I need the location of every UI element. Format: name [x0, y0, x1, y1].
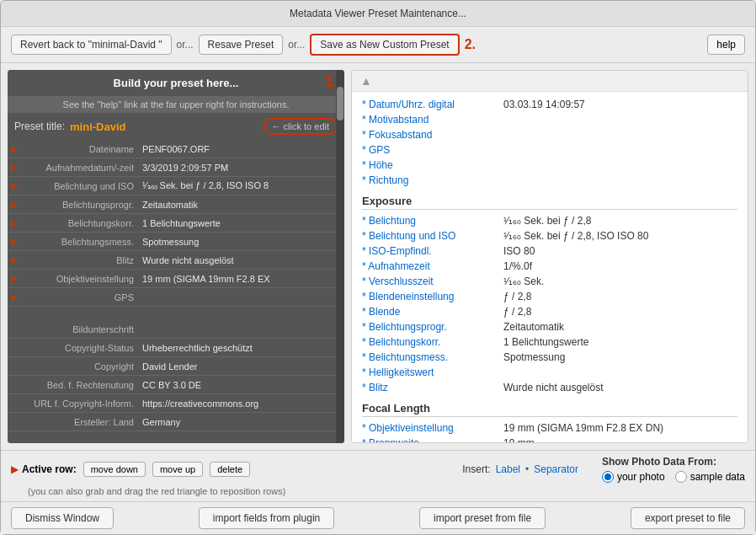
right-row-label: * Richtung	[362, 174, 497, 186]
row-triangle-icon[interactable]: ▶	[8, 274, 21, 283]
main-window: Metadata Viewer Preset Maintenance... Re…	[0, 0, 756, 535]
dismiss-button[interactable]: Dismiss Window	[11, 507, 114, 529]
right-row-label: * ISO-Empfindl.	[362, 245, 497, 257]
right-row: * Brennweite19 mm	[362, 436, 737, 443]
row-value: Urheberrechtlich geschützt	[139, 343, 344, 353]
revert-button[interactable]: Revert back to "minimal-David "	[11, 35, 172, 55]
resave-button[interactable]: Resave Preset	[199, 35, 284, 55]
row-triangle-icon[interactable]: ▶	[8, 218, 21, 227]
right-row: * Motivabstand	[362, 112, 737, 127]
table-row: ▶Belichtungsmess.Spotmessung	[8, 233, 344, 251]
row-value: Zeitautomatik	[139, 200, 344, 210]
row-label: Copyright-Status	[21, 343, 139, 353]
save-new-preset-button[interactable]: Save as New Custom Preset	[310, 34, 459, 56]
row-triangle-icon[interactable]: ▶	[8, 163, 21, 172]
right-row-value: 19 mm (SIGMA 19mm F2.8 EX DN)	[503, 422, 737, 434]
right-row-label: * Objektiveinstellung	[362, 422, 497, 434]
import-preset-button[interactable]: import preset from file	[419, 507, 546, 529]
drag-hint: (you can also grab and drag the red tria…	[11, 486, 745, 496]
row-value: 3/3/2019 2:09:57 PM	[139, 163, 344, 173]
table-row: Copyright-StatusUrheberrechtlich geschüt…	[8, 339, 344, 357]
right-row: * Belichtungsmess.Spotmessung	[362, 350, 737, 365]
row-value: PENF0067.ORF	[139, 144, 344, 154]
right-arrow-nav: ▲	[352, 71, 748, 92]
right-row-label: * Brennweite	[362, 437, 497, 443]
right-row-label: * Motivabstand	[362, 114, 497, 126]
right-row-value: 1 Belichtungswerte	[503, 336, 737, 348]
table-row: ▶Aufnahmedatum/-zeit3/3/2019 2:09:57 PM	[8, 158, 344, 177]
insert-label-link[interactable]: Label	[496, 463, 520, 475]
table-row: Bildunterschrift	[8, 320, 344, 339]
right-row-label: * Blitz	[362, 382, 497, 393]
scroll-up-arrow[interactable]: ▲	[357, 74, 375, 88]
radio-row: your photo sample data	[602, 471, 745, 483]
row-label: Ersteller: Land	[21, 417, 139, 427]
right-row: * Belichtungsprogr.Zeitautomatik	[362, 319, 737, 334]
right-row-label: * Blende	[362, 306, 497, 318]
row-label: Bildunterschrift	[21, 324, 139, 334]
delete-button[interactable]: delete	[210, 462, 250, 477]
row-label: Bed. f. Rechtenutung	[21, 380, 139, 390]
right-row-value: ISO 80	[503, 245, 737, 257]
step-2-label: 2.	[465, 37, 476, 52]
right-row: * Höhe	[362, 158, 737, 173]
insert-section: Insert: Label • Separator	[462, 463, 578, 475]
move-up-button[interactable]: move up	[152, 462, 203, 477]
row-triangle-icon[interactable]: ▶	[8, 237, 21, 246]
table-row: ▶Belichtungsprogr.Zeitautomatik	[8, 195, 344, 214]
row-triangle-icon[interactable]: ▶	[8, 144, 21, 153]
right-row: * Verschlusszeit¹⁄₁₆₀ Sek.	[362, 274, 737, 289]
export-preset-button[interactable]: export preset to file	[631, 507, 745, 529]
table-row: ▶Objektiveinstellung19 mm (SIGMA 19mm F2…	[8, 270, 344, 288]
right-row: * GPS	[362, 142, 737, 158]
help-button[interactable]: help	[707, 35, 745, 55]
table-row: Ersteller: LandGermany	[8, 413, 344, 431]
row-triangle-icon[interactable]: ▶	[8, 181, 21, 190]
right-row-label: * Helligkeitswert	[362, 366, 497, 378]
radio-your-photo-label: your photo	[617, 471, 665, 483]
row-value: CC BY 3.0 DE	[139, 380, 344, 390]
show-photo-title: Show Photo Data From:	[602, 456, 745, 468]
right-row-value: 1/%.0f	[503, 260, 737, 272]
preset-title-value: mini-David	[70, 120, 125, 133]
radio-sample-data-circle	[675, 471, 687, 483]
or-label-2: or...	[288, 39, 305, 51]
section-title: Focal Length	[362, 402, 737, 417]
right-row-label: * Blendeneinstellung	[362, 291, 497, 302]
row-triangle-icon[interactable]: ▶	[8, 200, 21, 209]
table-row: Bed. f. RechtenutungCC BY 3.0 DE	[8, 376, 344, 394]
row-triangle-icon[interactable]: ▶	[8, 255, 21, 265]
table-row: ▶Belichtung und ISO¹⁄₁₆₀ Sek. bei ƒ / 2,…	[8, 177, 344, 195]
right-row-value: 03.03.19 14:09:57	[503, 99, 737, 110]
row-triangle-icon[interactable]: ▶	[8, 292, 21, 302]
left-panel: Build your preset here... 1. See the "he…	[8, 70, 344, 443]
right-row-value: ¹⁄₁₆₀ Sek. bei ƒ / 2,8	[503, 215, 737, 227]
row-value: Wurde nicht ausgelöst	[139, 255, 344, 265]
row-value: Germany	[139, 417, 344, 427]
insert-separator-link[interactable]: Separator	[534, 463, 578, 475]
right-row-value: 19 mm	[503, 437, 737, 443]
window-title: Metadata Viewer Preset Maintenance...	[290, 8, 466, 19]
left-scrollbar[interactable]	[336, 70, 344, 443]
import-fields-button[interactable]: import fields from plugin	[199, 507, 334, 529]
right-row-value: ¹⁄₁₆₀ Sek.	[503, 276, 737, 287]
right-content: * Datum/Uhrz. digital03.03.19 14:09:57* …	[352, 92, 748, 443]
preset-title-row: Preset title: mini-David ← click to edit	[8, 113, 344, 140]
row-value: David Lender	[139, 361, 344, 372]
scroll-thumb	[337, 87, 343, 120]
row-value: ¹⁄₁₆₀ Sek. bei ƒ / 2,8, ISO ISO 8	[139, 180, 344, 191]
right-row-label: * Belichtung und ISO	[362, 230, 497, 242]
radio-your-photo[interactable]: your photo	[602, 471, 665, 483]
move-down-button[interactable]: move down	[83, 462, 146, 477]
title-bar: Metadata Viewer Preset Maintenance...	[1, 1, 755, 27]
panel-header: Build your preset here... 1.	[8, 70, 344, 96]
row-value: Spotmessung	[139, 237, 344, 247]
row-label: Belichtungsprogr.	[21, 200, 139, 210]
panel-title: Build your preset here...	[114, 77, 239, 89]
row-label: Blitz	[21, 255, 139, 265]
click-to-edit[interactable]: ← click to edit	[264, 118, 338, 135]
radio-sample-data[interactable]: sample data	[675, 471, 745, 483]
right-row-label: * GPS	[362, 144, 497, 156]
row-label: GPS	[21, 292, 139, 302]
right-panel: ▲ * Datum/Uhrz. digital03.03.19 14:09:57…	[351, 70, 748, 443]
